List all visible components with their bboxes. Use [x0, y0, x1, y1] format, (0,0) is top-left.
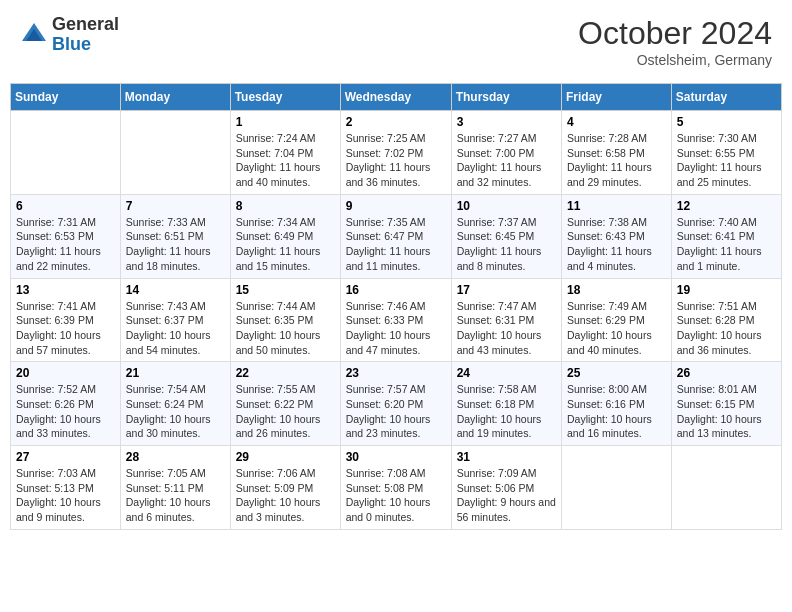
day-number: 1 [236, 115, 335, 129]
calendar-cell: 7Sunrise: 7:33 AM Sunset: 6:51 PM Daylig… [120, 194, 230, 278]
day-number: 22 [236, 366, 335, 380]
logo-general: General [52, 14, 119, 34]
day-number: 29 [236, 450, 335, 464]
calendar-cell: 19Sunrise: 7:51 AM Sunset: 6:28 PM Dayli… [671, 278, 781, 362]
calendar-cell: 1Sunrise: 7:24 AM Sunset: 7:04 PM Daylig… [230, 111, 340, 195]
calendar-cell: 27Sunrise: 7:03 AM Sunset: 5:13 PM Dayli… [11, 446, 121, 530]
day-number: 20 [16, 366, 115, 380]
day-number: 24 [457, 366, 556, 380]
day-info: Sunrise: 7:09 AM Sunset: 5:06 PM Dayligh… [457, 466, 556, 525]
weekday-header-sunday: Sunday [11, 84, 121, 111]
calendar-cell [11, 111, 121, 195]
day-number: 4 [567, 115, 666, 129]
calendar-cell: 21Sunrise: 7:54 AM Sunset: 6:24 PM Dayli… [120, 362, 230, 446]
calendar-cell [562, 446, 672, 530]
day-number: 21 [126, 366, 225, 380]
calendar-cell: 2Sunrise: 7:25 AM Sunset: 7:02 PM Daylig… [340, 111, 451, 195]
calendar-cell [671, 446, 781, 530]
calendar-cell: 26Sunrise: 8:01 AM Sunset: 6:15 PM Dayli… [671, 362, 781, 446]
day-info: Sunrise: 7:27 AM Sunset: 7:00 PM Dayligh… [457, 131, 556, 190]
day-info: Sunrise: 7:08 AM Sunset: 5:08 PM Dayligh… [346, 466, 446, 525]
day-number: 23 [346, 366, 446, 380]
logo-text: General Blue [52, 15, 119, 55]
day-info: Sunrise: 7:52 AM Sunset: 6:26 PM Dayligh… [16, 382, 115, 441]
day-number: 25 [567, 366, 666, 380]
day-info: Sunrise: 7:06 AM Sunset: 5:09 PM Dayligh… [236, 466, 335, 525]
day-number: 17 [457, 283, 556, 297]
day-info: Sunrise: 7:24 AM Sunset: 7:04 PM Dayligh… [236, 131, 335, 190]
day-info: Sunrise: 7:40 AM Sunset: 6:41 PM Dayligh… [677, 215, 776, 274]
calendar-cell: 23Sunrise: 7:57 AM Sunset: 6:20 PM Dayli… [340, 362, 451, 446]
day-number: 14 [126, 283, 225, 297]
day-info: Sunrise: 7:34 AM Sunset: 6:49 PM Dayligh… [236, 215, 335, 274]
weekday-header-thursday: Thursday [451, 84, 561, 111]
location: Ostelsheim, Germany [578, 52, 772, 68]
day-number: 9 [346, 199, 446, 213]
calendar-cell [120, 111, 230, 195]
calendar-cell: 11Sunrise: 7:38 AM Sunset: 6:43 PM Dayli… [562, 194, 672, 278]
day-number: 5 [677, 115, 776, 129]
day-info: Sunrise: 7:31 AM Sunset: 6:53 PM Dayligh… [16, 215, 115, 274]
calendar-cell: 15Sunrise: 7:44 AM Sunset: 6:35 PM Dayli… [230, 278, 340, 362]
title-block: October 2024 Ostelsheim, Germany [578, 15, 772, 68]
day-info: Sunrise: 7:28 AM Sunset: 6:58 PM Dayligh… [567, 131, 666, 190]
calendar-cell: 29Sunrise: 7:06 AM Sunset: 5:09 PM Dayli… [230, 446, 340, 530]
day-number: 26 [677, 366, 776, 380]
day-info: Sunrise: 7:54 AM Sunset: 6:24 PM Dayligh… [126, 382, 225, 441]
calendar-cell: 5Sunrise: 7:30 AM Sunset: 6:55 PM Daylig… [671, 111, 781, 195]
calendar-cell: 24Sunrise: 7:58 AM Sunset: 6:18 PM Dayli… [451, 362, 561, 446]
day-number: 11 [567, 199, 666, 213]
logo-blue: Blue [52, 34, 91, 54]
day-info: Sunrise: 7:33 AM Sunset: 6:51 PM Dayligh… [126, 215, 225, 274]
day-info: Sunrise: 7:38 AM Sunset: 6:43 PM Dayligh… [567, 215, 666, 274]
calendar-cell: 3Sunrise: 7:27 AM Sunset: 7:00 PM Daylig… [451, 111, 561, 195]
day-number: 28 [126, 450, 225, 464]
day-info: Sunrise: 7:41 AM Sunset: 6:39 PM Dayligh… [16, 299, 115, 358]
weekday-header-friday: Friday [562, 84, 672, 111]
day-info: Sunrise: 7:51 AM Sunset: 6:28 PM Dayligh… [677, 299, 776, 358]
day-number: 15 [236, 283, 335, 297]
calendar-cell: 18Sunrise: 7:49 AM Sunset: 6:29 PM Dayli… [562, 278, 672, 362]
calendar-cell: 10Sunrise: 7:37 AM Sunset: 6:45 PM Dayli… [451, 194, 561, 278]
day-info: Sunrise: 7:49 AM Sunset: 6:29 PM Dayligh… [567, 299, 666, 358]
day-info: Sunrise: 7:43 AM Sunset: 6:37 PM Dayligh… [126, 299, 225, 358]
day-info: Sunrise: 7:57 AM Sunset: 6:20 PM Dayligh… [346, 382, 446, 441]
calendar-cell: 6Sunrise: 7:31 AM Sunset: 6:53 PM Daylig… [11, 194, 121, 278]
calendar-table: SundayMondayTuesdayWednesdayThursdayFrid… [10, 83, 782, 530]
day-info: Sunrise: 7:05 AM Sunset: 5:11 PM Dayligh… [126, 466, 225, 525]
day-number: 10 [457, 199, 556, 213]
calendar-cell: 17Sunrise: 7:47 AM Sunset: 6:31 PM Dayli… [451, 278, 561, 362]
calendar-cell: 22Sunrise: 7:55 AM Sunset: 6:22 PM Dayli… [230, 362, 340, 446]
page-header: General Blue October 2024 Ostelsheim, Ge… [10, 10, 782, 73]
day-number: 2 [346, 115, 446, 129]
day-info: Sunrise: 7:58 AM Sunset: 6:18 PM Dayligh… [457, 382, 556, 441]
weekday-header-monday: Monday [120, 84, 230, 111]
calendar-cell: 28Sunrise: 7:05 AM Sunset: 5:11 PM Dayli… [120, 446, 230, 530]
weekday-header-tuesday: Tuesday [230, 84, 340, 111]
day-info: Sunrise: 8:00 AM Sunset: 6:16 PM Dayligh… [567, 382, 666, 441]
day-number: 19 [677, 283, 776, 297]
day-info: Sunrise: 7:35 AM Sunset: 6:47 PM Dayligh… [346, 215, 446, 274]
day-number: 18 [567, 283, 666, 297]
calendar-cell: 8Sunrise: 7:34 AM Sunset: 6:49 PM Daylig… [230, 194, 340, 278]
day-info: Sunrise: 7:44 AM Sunset: 6:35 PM Dayligh… [236, 299, 335, 358]
day-number: 13 [16, 283, 115, 297]
day-number: 30 [346, 450, 446, 464]
day-number: 6 [16, 199, 115, 213]
calendar-cell: 13Sunrise: 7:41 AM Sunset: 6:39 PM Dayli… [11, 278, 121, 362]
month-title: October 2024 [578, 15, 772, 52]
day-number: 8 [236, 199, 335, 213]
day-number: 31 [457, 450, 556, 464]
weekday-header-wednesday: Wednesday [340, 84, 451, 111]
calendar-cell: 30Sunrise: 7:08 AM Sunset: 5:08 PM Dayli… [340, 446, 451, 530]
calendar-cell: 16Sunrise: 7:46 AM Sunset: 6:33 PM Dayli… [340, 278, 451, 362]
day-number: 27 [16, 450, 115, 464]
calendar-cell: 25Sunrise: 8:00 AM Sunset: 6:16 PM Dayli… [562, 362, 672, 446]
day-info: Sunrise: 7:03 AM Sunset: 5:13 PM Dayligh… [16, 466, 115, 525]
day-info: Sunrise: 7:30 AM Sunset: 6:55 PM Dayligh… [677, 131, 776, 190]
day-number: 7 [126, 199, 225, 213]
day-number: 12 [677, 199, 776, 213]
calendar-cell: 4Sunrise: 7:28 AM Sunset: 6:58 PM Daylig… [562, 111, 672, 195]
calendar-cell: 14Sunrise: 7:43 AM Sunset: 6:37 PM Dayli… [120, 278, 230, 362]
day-number: 16 [346, 283, 446, 297]
